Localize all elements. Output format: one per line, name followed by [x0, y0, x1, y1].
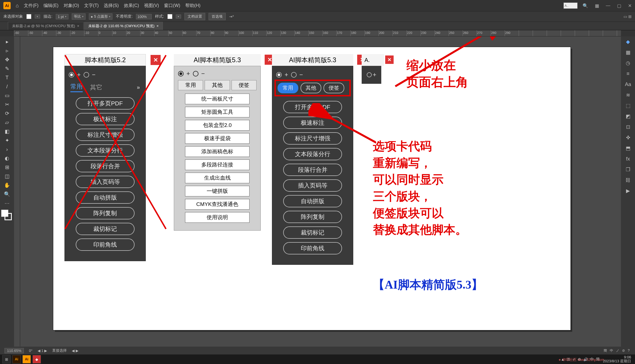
p2btns-btn-2[interactable]: 包装盒型2.0 — [185, 120, 250, 131]
minus-icon[interactable]: − — [201, 70, 205, 77]
plus-icon[interactable]: + — [373, 71, 377, 78]
zoom-field[interactable]: 110.65% — [4, 348, 24, 353]
search-mini-field[interactable] — [564, 3, 578, 9]
tool-5[interactable]: / — [2, 82, 12, 91]
plus-icon[interactable]: + — [285, 71, 288, 78]
p2btns-btn-6[interactable]: 生成出血线 — [185, 173, 250, 183]
tool-0[interactable]: ▸ — [2, 38, 12, 46]
p1btns-btn-1[interactable]: 极速标注 — [76, 113, 135, 125]
panel-icon-7[interactable]: ◩ — [623, 112, 633, 120]
tool-7[interactable]: ✂ — [2, 100, 12, 109]
panel-icon-12[interactable]: ❐ — [623, 165, 633, 174]
panel-icon-4[interactable]: Aa — [623, 80, 633, 89]
home-icon[interactable]: ⌂ — [16, 3, 19, 9]
p1btns-btn-6[interactable]: 自动拼版 — [76, 191, 135, 204]
panel-icon-13[interactable]: ⛓ — [623, 176, 633, 184]
tool-6[interactable]: ▭ — [2, 91, 12, 100]
tool-12[interactable]: › — [2, 145, 12, 154]
tool-10[interactable]: ◧ — [2, 127, 12, 136]
start-button[interactable]: ⊞ — [2, 355, 11, 363]
p1btns-btn-5[interactable]: 插入页码等 — [76, 176, 135, 188]
p3btns-btn-7[interactable]: 阵列复制 — [283, 211, 342, 223]
radio-icon[interactable] — [367, 72, 372, 77]
plus-icon[interactable]: + — [186, 70, 190, 77]
p1btns-btn-2[interactable]: 标注尺寸增强 — [76, 129, 135, 141]
p1btns-btn-0[interactable]: 打开多页PDF — [76, 97, 135, 110]
p1btns-btn-7[interactable]: 阵列复制 — [76, 207, 135, 219]
radio-on-icon[interactable] — [178, 71, 184, 76]
doc-setup-button[interactable]: 文档设置 — [184, 13, 205, 20]
menu-file[interactable]: 文件(F) — [24, 3, 38, 9]
p3btns-btn-5[interactable]: 插入页码等 — [283, 179, 342, 192]
p2btns-btn-5[interactable]: 多段路径连接 — [185, 159, 250, 170]
panel-icon-3[interactable]: ≡ — [623, 69, 633, 78]
taskbar-swatches[interactable]: ◆ — [33, 355, 41, 363]
canvas[interactable]: 脚本精简版5.2 ✕ + − 常用 其它 » 打开多页PDF极速 — [14, 36, 621, 347]
panel-icon-8[interactable]: ⊡ — [623, 123, 633, 131]
panel2-tab-common[interactable]: 常用 — [178, 80, 203, 90]
p2btns-btn-1[interactable]: 矩形圆角工具 — [185, 107, 250, 117]
p1btns-btn-8[interactable]: 裁切标记 — [76, 223, 135, 235]
tool-4[interactable]: T — [2, 73, 12, 82]
panel-icon-10[interactable]: ⬒ — [623, 144, 633, 152]
align-icon[interactable]: ⇥* — [229, 14, 234, 19]
panel-icon-0[interactable]: ◆ — [623, 38, 633, 46]
window-close[interactable]: ✕ — [628, 3, 632, 8]
p3btns-btn-6[interactable]: 自动拼版 — [283, 195, 342, 207]
window-max[interactable]: ▢ — [617, 3, 621, 8]
menu-object[interactable]: 对象(O) — [64, 3, 79, 9]
p3btns-btn-8[interactable]: 裁切标记 — [283, 226, 342, 239]
doc-tab-2[interactable]: 未标题-2 @ 110.65 % (CMYK/CPU 预览) × — [84, 22, 163, 30]
tool-3[interactable]: ✎ — [2, 64, 12, 73]
tool-16[interactable]: ✋ — [2, 181, 12, 189]
menu-view[interactable]: 视图(V) — [144, 3, 159, 9]
p2btns-btn-0[interactable]: 统一画板尺寸 — [185, 94, 250, 104]
tool-17[interactable]: 🔍 — [2, 190, 12, 198]
p2btns-btn-4[interactable]: 添加画稿色标 — [185, 146, 250, 157]
menu-window[interactable]: 窗口(W) — [164, 3, 180, 9]
tool-9[interactable]: ▱ — [2, 118, 12, 127]
panel-icon-1[interactable]: ▦ — [623, 48, 633, 57]
panel-icon-9[interactable]: ✜ — [623, 133, 633, 142]
plus-icon[interactable]: + — [77, 71, 81, 78]
panel-icon-6[interactable]: ⬚ — [623, 101, 633, 110]
p3btns-btn-9[interactable]: 印前角线 — [283, 242, 342, 254]
tool-13[interactable]: ◐ — [2, 154, 12, 163]
tool-15[interactable]: ◫ — [2, 172, 12, 180]
p1btns-btn-4[interactable]: 段落行合并 — [76, 160, 135, 172]
taskbar-ai-1[interactable]: Ai — [12, 355, 21, 363]
p3btns-btn-1[interactable]: 极速标注 — [283, 117, 342, 129]
radio-off-icon[interactable] — [193, 71, 198, 76]
panel1-tab-other[interactable]: 其它 — [90, 83, 102, 92]
tool-11[interactable]: ✦ — [2, 136, 12, 145]
fill-stroke-control[interactable] — [1, 210, 13, 221]
p1btns-btn-9[interactable]: 印前角线 — [76, 238, 135, 251]
tool-1[interactable]: ▹ — [2, 47, 12, 55]
p2btns-btn-8[interactable]: CMYK查找潘通色 — [185, 199, 250, 210]
menu-effect[interactable]: 效果(C) — [124, 3, 139, 9]
fill-dropdown[interactable]: ▾ — [35, 15, 40, 18]
tool-14[interactable]: ⊞ — [2, 163, 12, 171]
p3btns-btn-2[interactable]: 标注尺寸增强 — [283, 132, 342, 145]
prefs-button[interactable]: 首选项 — [209, 13, 226, 20]
panel3-tab-other[interactable]: 其他 — [301, 83, 321, 93]
p3btns-btn-3[interactable]: 文本段落分行 — [283, 148, 342, 160]
brush-dropdown[interactable]: ● 5 点圆形▾ — [89, 13, 113, 20]
panel4-close-button[interactable]: ✕ — [385, 55, 394, 64]
panel2-tab-other[interactable]: 其他 — [205, 80, 230, 90]
minus-icon[interactable]: − — [299, 71, 303, 78]
radio-on-icon[interactable] — [69, 72, 74, 78]
radio-on-icon[interactable] — [276, 72, 282, 78]
rotation-field[interactable]: 0° — [29, 349, 32, 353]
panel-icon-2[interactable]: ◷ — [623, 59, 633, 67]
artboard-nav[interactable]: ◀ 1 ▶ — [38, 349, 47, 353]
doc-tab-1[interactable]: 未标题-2.ai @ 50 % (CMYK/CPU 预览) × — [8, 22, 84, 30]
search-icon[interactable]: 🔍 — [583, 3, 588, 8]
chevron-right-icon[interactable]: » — [137, 84, 140, 91]
p3btns-btn-0[interactable]: 打开多页PDF — [283, 101, 342, 113]
menu-help[interactable]: 帮助(H) — [185, 3, 200, 9]
stroke-weight[interactable]: 1 pt▾ — [56, 14, 68, 19]
panel-icon-14[interactable]: ▶ — [623, 187, 633, 195]
p3btns-btn-4[interactable]: 段落行合并 — [283, 164, 342, 176]
menu-select[interactable]: 选择(S) — [104, 3, 119, 9]
